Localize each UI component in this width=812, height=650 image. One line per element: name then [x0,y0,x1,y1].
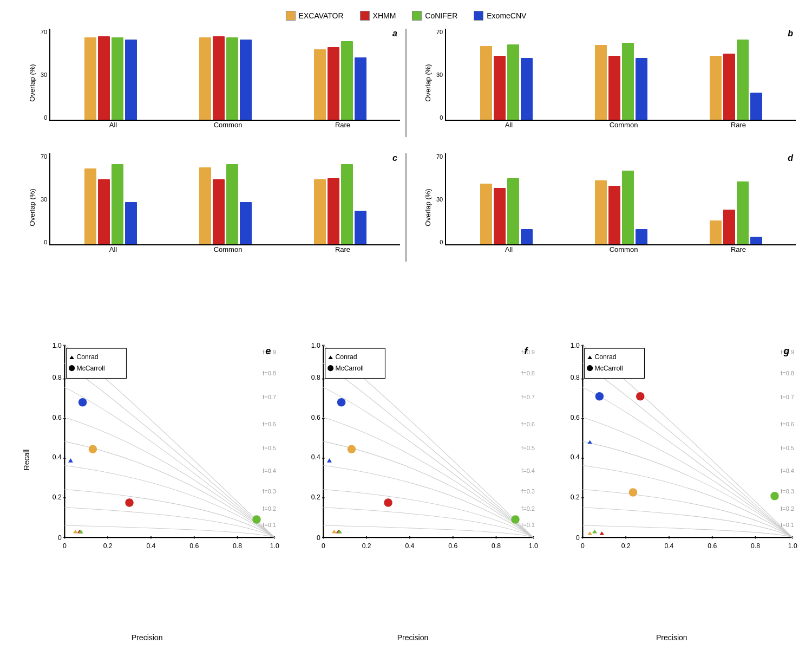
chart-legend: EXCAVATOR XHMM CoNIFER ExomeCNV [11,5,801,23]
bar-c-common-conifer [226,164,238,244]
svg-text:f=0.5: f=0.5 [521,445,535,452]
bar-group-a-common [168,36,283,120]
bar-b-common-exomecnv [636,58,647,120]
y-axis-label-c: Overlap (%) [28,188,36,226]
legend-label-excavator: EXCAVATOR [299,11,344,20]
bar-group-b-all [449,44,564,120]
svg-text:0.2: 0.2 [621,542,630,550]
svg-text:Conrad: Conrad [594,353,616,361]
main-container: EXCAVATOR XHMM CoNIFER ExomeCNV Overlap … [0,0,812,650]
svg-text:0.2: 0.2 [311,493,320,501]
legend-item-conifer: CoNIFER [412,11,457,21]
svg-text:0.6: 0.6 [570,414,579,421]
point-f-exomecnv-triangle [327,458,332,463]
x-axis-label-g: Precision [656,633,687,642]
x-label-b-all: All [451,121,566,129]
x-label-c-all: All [56,245,171,253]
bar-group-d-rare [678,181,793,244]
svg-text:f=0.3: f=0.3 [263,488,276,495]
point-g-conifer-triangle [592,530,597,534]
point-g-excavator-circle [628,488,637,497]
svg-text:McCarroll: McCarroll [594,365,623,372]
point-g-exomecnv-circle [595,392,604,401]
bar-d-common-conifer [622,171,634,244]
svg-text:0.2: 0.2 [362,542,371,550]
svg-text:e: e [266,346,271,356]
scatter-panel-f: 0 0.2 0.4 0.6 0.8 1.0 0 0.2 0.4 0.6 0.8 … [283,275,542,645]
svg-text:0: 0 [58,534,62,542]
bar-c-rare-conifer [341,164,353,244]
bar-b-all-xhmm [494,56,506,120]
bar-a-common-xhmm [213,36,225,120]
bar-d-all-exomecnv [521,229,533,244]
bar-panel-d: Overlap (%) 70 30 0 [407,148,801,267]
bar-d-common-xhmm [608,186,620,244]
legend-box-excavator [286,11,296,21]
x-label-a-common: Common [171,121,285,129]
svg-text:0.8: 0.8 [751,542,760,550]
bar-b-rare-conifer [737,40,749,120]
point-f-excavator-triangle [332,530,337,534]
panel-letter-a: a [392,29,397,38]
svg-text:0: 0 [576,534,580,542]
bar-d-common-excavator [595,180,607,244]
bar-a-common-exomecnv [240,40,252,120]
x-label-c-rare: Rare [285,245,400,253]
svg-text:f=0.6: f=0.6 [263,421,276,427]
scatter-section: Recall 0 0.2 0.4 0.6 0.8 1.0 0 [11,275,801,645]
point-e-excavator-triangle [73,530,78,534]
point-g-xhmm-circle [636,392,645,401]
point-f-xhmm-circle [384,498,393,507]
legend-item-exomecnv: ExomeCNV [474,11,526,21]
bar-a-all-xhmm [98,36,110,120]
bar-a-rare-excavator [314,49,326,120]
svg-text:f=0.7: f=0.7 [263,394,276,400]
svg-text:f=0.8: f=0.8 [263,370,276,376]
svg-text:f=0.2: f=0.2 [263,505,276,512]
bar-c-common-exomecnv [240,202,252,244]
svg-text:1.0: 1.0 [570,342,579,349]
bar-group-b-rare [678,40,793,120]
svg-text:Conrad: Conrad [76,353,98,361]
svg-text:f=0.8: f=0.8 [781,370,794,376]
point-g-exomecnv-triangle [587,440,592,444]
bar-group-b-common [564,43,678,120]
bar-c-common-xhmm [213,179,225,244]
bar-c-rare-exomecnv [355,211,366,244]
point-e-exomecnv-circle [78,398,87,407]
legend-item-xhmm: XHMM [360,11,396,21]
legend-item-excavator: EXCAVATOR [286,11,344,21]
bar-d-all-excavator [480,184,492,244]
bar-c-all-conifer [112,164,123,244]
scatter-svg-e: 0 0.2 0.4 0.6 0.8 1.0 0 0.2 0.4 0.6 0.8 … [41,281,280,620]
point-e-excavator-circle [89,445,97,454]
legend-box-exomecnv [474,11,483,21]
y-axis-label-e: Recall [22,450,31,471]
point-e-xhmm-circle [125,498,134,507]
bar-a-common-conifer [226,37,238,120]
svg-text:f=0.1: f=0.1 [781,522,794,528]
svg-text:0.2: 0.2 [103,542,113,550]
svg-text:1.0: 1.0 [53,342,62,349]
legend-label-xhmm: XHMM [373,11,396,20]
svg-point-38 [69,365,75,371]
bar-d-rare-exomecnv [750,237,762,244]
bar-group-d-all [449,178,564,244]
bar-c-common-excavator [199,167,211,244]
x-axis-label-e: Precision [132,633,163,642]
bar-d-all-conifer [507,178,519,244]
bar-a-all-conifer [112,37,123,120]
bar-c-rare-excavator [314,179,326,244]
svg-text:0.8: 0.8 [53,374,62,381]
svg-text:0: 0 [322,542,325,550]
svg-text:0.2: 0.2 [570,493,579,501]
svg-text:g: g [783,346,789,356]
bar-d-rare-conifer [737,181,749,244]
bar-d-rare-excavator [710,220,722,244]
svg-text:f=0.4: f=0.4 [521,467,535,474]
bar-charts-section: Overlap (%) 70 30 0 [11,23,801,267]
svg-text:f=0.5: f=0.5 [263,445,276,452]
svg-text:f=0.7: f=0.7 [521,394,535,400]
scatter-panel-e: Recall 0 0.2 0.4 0.6 0.8 1.0 0 [11,275,283,645]
svg-text:f=0.3: f=0.3 [781,488,794,495]
